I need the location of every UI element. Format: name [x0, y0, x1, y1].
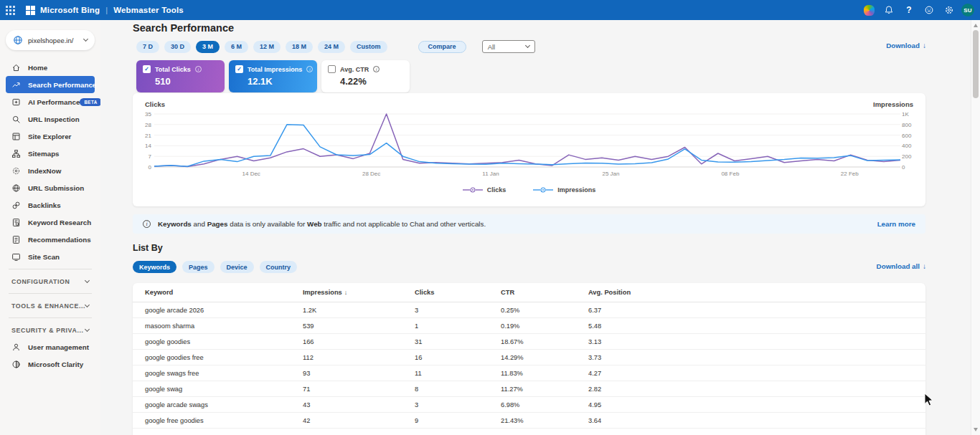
page-title: Search Performance [133, 22, 234, 34]
metric-card-avg-ctr[interactable]: Avg. CTRi4.22% [321, 60, 410, 92]
sidebar-item-backlinks[interactable]: Backlinks [6, 196, 95, 214]
time-range-3-m[interactable]: 3 M [196, 41, 220, 53]
site-name: pixelshopee.in/ [28, 37, 84, 44]
table-row[interactable]: google arcade swags4336.98%4.95 [133, 397, 925, 413]
traffic-filter-dropdown[interactable]: All [482, 40, 535, 53]
table-row[interactable]: google goodies1663118.67%3.13 [133, 334, 925, 350]
time-range-12-m[interactable]: 12 M [253, 41, 281, 53]
table-row[interactable]: google swags free931111.83%4.27 [133, 365, 925, 381]
sidebar-item-url-inspection[interactable]: URL Inspection [6, 110, 95, 128]
ai-icon [11, 97, 21, 107]
sidebar-item-site-scan[interactable]: Site Scan [6, 248, 95, 265]
list-by-tab-pages[interactable]: Pages [182, 261, 215, 273]
sidebar-item-label: User management [28, 343, 89, 351]
scroll-up-arrow[interactable] [974, 24, 978, 27]
help-icon[interactable]: ? [901, 2, 917, 18]
column-header-ctr[interactable]: CTR [501, 289, 514, 296]
product-name[interactable]: Webmaster Tools [113, 6, 184, 14]
legend-item-impressions[interactable]: Impressions [533, 186, 595, 193]
sidebar-item-site-explorer[interactable]: Site Explorer [6, 128, 95, 145]
list-by-tab-country[interactable]: Country [260, 261, 298, 273]
metric-card-total-impressions[interactable]: ✓Total Impressionsi12.1K [229, 60, 317, 92]
chart-legend: ClicksImpressions [133, 186, 925, 193]
column-header-clicks[interactable]: Clicks [415, 289, 434, 296]
time-range-custom[interactable]: Custom [350, 41, 387, 53]
sidebar-item-label: URL Submission [28, 184, 84, 192]
sidebar-item-keyword-research[interactable]: Keyword Research [6, 214, 95, 231]
time-range-6-m[interactable]: 6 M [225, 41, 248, 53]
download-all-button[interactable]: Download all↓ [877, 262, 926, 270]
sidebar-navigation: pixelshopee.in/ HomeSearch PerformanceAI… [0, 20, 100, 435]
globe-icon [11, 183, 21, 193]
brand-name[interactable]: Microsoft Bing [40, 6, 100, 14]
sort-descending-icon: ↓ [344, 289, 348, 296]
app-launcher-waffle-icon[interactable] [0, 0, 20, 20]
sidebar-item-label: Backlinks [28, 201, 61, 209]
scroll-down-arrow[interactable] [974, 428, 978, 431]
right-axis-tick: 600 [902, 133, 920, 139]
clicks-cell: 9 [415, 417, 418, 424]
metric-checkbox[interactable] [328, 65, 336, 73]
table-header-row: KeywordImpressions↓ClicksCTRAvg. Positio… [133, 283, 925, 302]
legend-item-clicks[interactable]: Clicks [463, 186, 507, 193]
list-by-tab-device[interactable]: Device [220, 261, 254, 273]
column-header-avg-position[interactable]: Avg. Position [588, 289, 631, 296]
column-header-keyword[interactable]: Keyword [145, 289, 173, 296]
avg-position-cell: 3.13 [588, 338, 601, 345]
sidebar-item-indexnow[interactable]: IndexNow [6, 162, 95, 179]
metric-value: 510 [155, 76, 218, 87]
info-icon: i [143, 220, 151, 228]
sidebar-section-security-priva[interactable]: SECURITY & PRIVA... [6, 322, 95, 338]
sidebar-section-configuration[interactable]: CONFIGURATION [6, 273, 95, 290]
keyword-cell: google swags free [145, 370, 199, 377]
sidebar-item-user-management[interactable]: User management [6, 338, 95, 355]
learn-more-link[interactable]: Learn more [877, 220, 915, 228]
metric-checkbox[interactable]: ✓ [143, 65, 151, 73]
bell-icon[interactable] [881, 2, 897, 18]
sidebar-item-search-performance[interactable]: Search Performance [6, 76, 95, 93]
list-by-tab-keywords[interactable]: Keywords [133, 261, 176, 273]
table-row[interactable]: google arcade 20261.2K30.25%6.37 [133, 302, 925, 318]
time-range-24-m[interactable]: 24 M [318, 41, 345, 53]
sidebar-item-ai-performance[interactable]: AI PerformanceBETA [6, 93, 95, 110]
table-row[interactable]: google goodies free1121614.29%3.73 [133, 350, 925, 365]
time-range-30-d[interactable]: 30 D [164, 41, 191, 53]
column-header-impressions[interactable]: Impressions↓ [303, 289, 347, 296]
impressions-cell: 42 [303, 417, 310, 424]
download-button[interactable]: Download↓ [886, 42, 926, 49]
feedback-icon[interactable] [921, 2, 937, 18]
sidebar-item-recommendations[interactable]: Recommendations [6, 231, 95, 248]
table-row[interactable]: masoom sharma53910.19%5.48 [133, 318, 925, 334]
user-avatar[interactable]: SU [961, 4, 974, 16]
table-row[interactable]: google free goodies42921.43%3.64 [133, 413, 925, 429]
sidebar-item-home[interactable]: Home [6, 59, 95, 76]
scrollbar-thumb[interactable] [973, 30, 979, 98]
time-range-7-d[interactable]: 7 D [136, 41, 159, 53]
compare-button[interactable]: Compare [418, 41, 466, 53]
table-row[interactable]: google swag71811.27%2.82 [133, 381, 925, 397]
metric-card-total-clicks[interactable]: ✓Total Clicksi510 [136, 60, 225, 92]
site-selector[interactable]: pixelshopee.in/ [6, 30, 95, 50]
metric-checkbox[interactable]: ✓ [235, 65, 243, 73]
top-app-bar: Microsoft Bing | Webmaster Tools ? SU [0, 0, 980, 20]
sidebar-item-sitemaps[interactable]: Sitemaps [6, 145, 95, 162]
legend-marker-icon [533, 187, 553, 193]
x-axis-tick: 11 Jan [482, 171, 499, 177]
time-range-18-m[interactable]: 18 M [286, 41, 313, 53]
impressions-cell: 93 [303, 370, 310, 377]
chevron-down-icon [85, 302, 90, 307]
keyword-cell: google free goodies [145, 417, 204, 424]
vertical-scrollbar[interactable] [971, 20, 980, 435]
sidebar-section-tools-enhance[interactable]: TOOLS & ENHANCE... [6, 297, 95, 314]
sidebar-item-url-submission[interactable]: URL Submission [6, 179, 95, 196]
settings-icon[interactable] [941, 2, 957, 18]
x-axis-tick: 08 Feb [721, 171, 739, 177]
ctr-cell: 14.29% [501, 354, 524, 361]
copilot-icon[interactable] [861, 2, 877, 18]
impressions-cell: 539 [303, 322, 314, 330]
sitemap-icon [11, 149, 21, 158]
sidebar-item-microsoft-clarity[interactable]: Microsoft Clarity [6, 355, 95, 373]
left-axis-tick: 14 [133, 143, 151, 149]
chevron-down-icon [83, 37, 88, 42]
explorer-icon [11, 132, 21, 141]
